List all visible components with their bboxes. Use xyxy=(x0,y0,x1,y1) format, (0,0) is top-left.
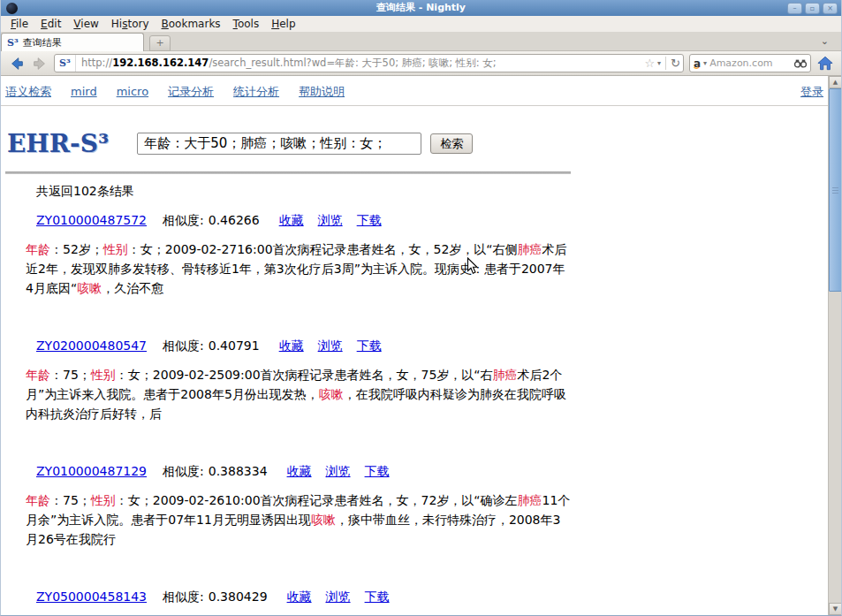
engine-dropdown-chevron-icon[interactable]: ▾ xyxy=(703,59,707,67)
menubar: FileEditViewHistoryBookmarksToolsHelp xyxy=(1,16,841,33)
result-item: ZY050000458143 相似度: 0.380429 收藏浏览下载 年龄：7… xyxy=(26,589,572,616)
similarity-label: 相似度: xyxy=(163,589,204,605)
new-tab-button[interactable]: + xyxy=(149,35,171,51)
snippet-text: ：女；2009-02-2509:00首次病程记录患者姓名，女，75岁，以“右 xyxy=(116,368,493,382)
menu-history[interactable]: History xyxy=(105,17,156,31)
mouse-cursor xyxy=(467,257,478,275)
tab-label: 查询结果 xyxy=(23,36,62,49)
query-input[interactable] xyxy=(137,133,421,155)
result-header: ZY050000458143 相似度: 0.380429 收藏浏览下载 xyxy=(26,589,572,605)
tab-query-results[interactable]: S³ 查询结果 xyxy=(1,33,144,51)
result-actions: 收藏浏览下载 xyxy=(279,213,382,229)
url-protocol: http:// xyxy=(81,57,112,69)
page-content: 语义检索mirdmicro记录分析统计分析帮助说明 登录 EHR-S³ 检索 共… xyxy=(1,76,841,616)
menu-bookmarks[interactable]: Bookmarks xyxy=(156,17,227,31)
title-bar: 查询结果 - Nightly – ▫ × xyxy=(1,0,841,16)
snippet-text: ：75； xyxy=(50,493,91,507)
page-scrollbar[interactable]: ▲ ▼ xyxy=(828,76,841,615)
result-header: ZY020000480547 相似度: 0.40791 收藏浏览下载 xyxy=(26,338,572,354)
nav-link-2[interactable]: micro xyxy=(117,85,148,98)
reload-icon[interactable]: ↻ xyxy=(671,57,680,70)
scrollbar-thumb[interactable] xyxy=(829,88,842,292)
action-0[interactable]: 收藏 xyxy=(287,589,312,605)
url-dropdown-chevron-icon[interactable]: ▾ xyxy=(657,59,661,67)
home-button[interactable] xyxy=(816,55,834,72)
result-id-link[interactable]: ZY050000458143 xyxy=(36,589,147,604)
action-1[interactable]: 浏览 xyxy=(318,213,343,229)
navigation-toolbar: S³ http://192.168.162.147/search_result.… xyxy=(1,51,841,76)
forward-button[interactable] xyxy=(31,55,49,72)
menu-file[interactable]: File xyxy=(4,17,34,31)
results-summary: 共返回102条结果 xyxy=(36,184,841,200)
similarity-value: 0.388334 xyxy=(209,464,268,478)
similarity-value: 0.40791 xyxy=(209,338,260,353)
nav-link-0[interactable]: 语义检索 xyxy=(5,84,51,100)
binoculars-search-icon[interactable] xyxy=(794,58,807,69)
result-id-link[interactable]: ZY010000487129 xyxy=(36,464,147,478)
url-bar[interactable]: S³ http://192.168.162.147/search_result.… xyxy=(54,54,684,72)
highlight-term: 肺癌 xyxy=(493,368,518,382)
login-link[interactable]: 登录 xyxy=(800,84,823,100)
similarity-label: 相似度: xyxy=(163,464,204,480)
action-2[interactable]: 下载 xyxy=(357,338,382,354)
snippet-text: ：女；2009-02-2610:00首次病程记录患者姓名，女，72岁，以“确诊左 xyxy=(116,493,518,507)
site-favicon: S³ xyxy=(55,55,76,72)
result-id-link[interactable]: ZY020000480547 xyxy=(36,338,147,353)
restore-button[interactable]: ▫ xyxy=(805,3,820,14)
web-search-box[interactable]: a ▾ Amazon.com xyxy=(689,54,811,72)
back-arrow-icon xyxy=(9,56,25,72)
scroll-down-icon[interactable]: ▼ xyxy=(829,603,842,615)
action-1[interactable]: 浏览 xyxy=(326,589,351,605)
nav-link-5[interactable]: 帮助说明 xyxy=(299,84,345,100)
ehr-s3-logo: EHR-S³ xyxy=(7,129,109,158)
search-button[interactable]: 检索 xyxy=(430,133,473,154)
results-list: ZY010000487572 相似度: 0.46266 收藏浏览下载 年龄：52… xyxy=(1,213,841,616)
result-snippet: 年龄：75；性别：女；2009-02-2610:00首次病程记录患者姓名，女，7… xyxy=(26,491,572,549)
action-2[interactable]: 下载 xyxy=(357,213,382,229)
window-title: 查询结果 - Nightly xyxy=(1,0,841,16)
scroll-up-icon[interactable]: ▲ xyxy=(829,76,842,88)
highlight-term: 年龄 xyxy=(26,493,50,507)
highlight-term: 性别 xyxy=(91,368,116,382)
action-0[interactable]: 收藏 xyxy=(279,338,304,354)
menu-tools[interactable]: Tools xyxy=(227,17,266,31)
action-1[interactable]: 浏览 xyxy=(326,464,351,480)
action-2[interactable]: 下载 xyxy=(365,464,390,480)
amazon-engine-icon[interactable]: a xyxy=(694,59,701,68)
tab-list-chevron-icon[interactable]: ⌄ xyxy=(821,33,829,50)
tab-bar: S³ 查询结果 + ⌄ xyxy=(1,33,841,51)
snippet-text: ：75； xyxy=(50,368,91,382)
result-actions: 收藏浏览下载 xyxy=(279,338,382,354)
action-0[interactable]: 收藏 xyxy=(287,464,312,480)
tab-favicon: S³ xyxy=(7,37,19,49)
highlight-term: 咳嗽 xyxy=(77,281,102,295)
bookmark-star-icon[interactable]: ☆ xyxy=(644,57,655,70)
action-2[interactable]: 下载 xyxy=(365,589,390,605)
result-item: ZY020000480547 相似度: 0.40791 收藏浏览下载 年龄：75… xyxy=(26,338,572,423)
result-actions: 收藏浏览下载 xyxy=(287,464,390,480)
result-header: ZY010000487129 相似度: 0.388334 收藏浏览下载 xyxy=(26,464,572,480)
section-divider xyxy=(5,171,571,174)
menu-help[interactable]: Help xyxy=(265,17,301,31)
menu-edit[interactable]: Edit xyxy=(34,17,67,31)
url-path: /search_result.html?wd=年龄: 大于50; 肺癌; 咳嗽;… xyxy=(209,57,496,69)
minimize-button[interactable]: – xyxy=(787,3,802,14)
back-button[interactable] xyxy=(8,55,26,72)
action-1[interactable]: 浏览 xyxy=(318,338,343,354)
site-navigation: 语义检索mirdmicro记录分析统计分析帮助说明 登录 xyxy=(1,76,841,106)
close-button[interactable]: × xyxy=(823,3,838,14)
action-0[interactable]: 收藏 xyxy=(279,213,304,229)
snippet-text: ，久治不愈 xyxy=(102,281,163,295)
result-id-link[interactable]: ZY010000487572 xyxy=(36,213,147,227)
web-search-placeholder[interactable]: Amazon.com xyxy=(709,57,792,69)
menu-view[interactable]: View xyxy=(67,17,104,31)
url-text[interactable]: http://192.168.162.147/search_result.htm… xyxy=(76,57,644,70)
nav-link-3[interactable]: 记录分析 xyxy=(168,84,214,100)
url-divider xyxy=(665,57,666,70)
nav-link-1[interactable]: mird xyxy=(71,85,97,98)
url-host: 192.168.162.147 xyxy=(112,57,209,69)
result-item: ZY010000487129 相似度: 0.388334 收藏浏览下载 年龄：7… xyxy=(26,464,572,549)
similarity-value: 0.46266 xyxy=(209,213,260,227)
result-item: ZY010000487572 相似度: 0.46266 收藏浏览下载 年龄：52… xyxy=(26,213,572,298)
nav-link-4[interactable]: 统计分析 xyxy=(233,84,279,100)
